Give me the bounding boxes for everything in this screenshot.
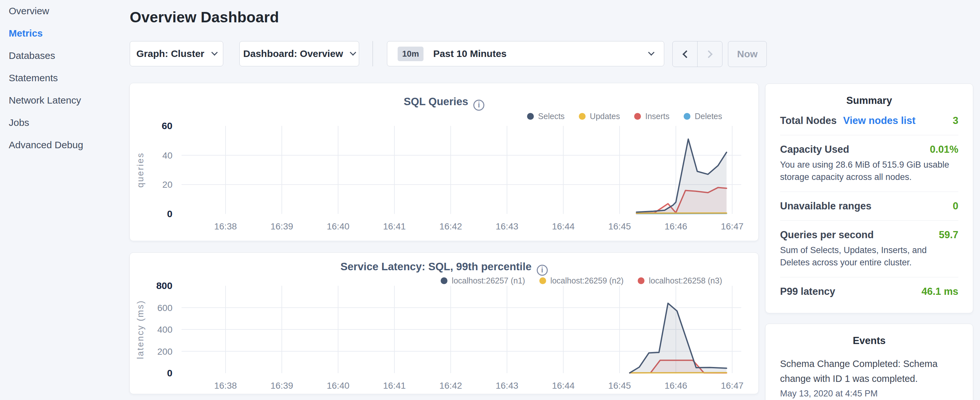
chart-legend: SelectsUpdatesInsertsDeletes [527, 112, 722, 121]
summary-row-description: You are using 28.6 MiB of 515.9 GiB usab… [780, 159, 958, 183]
toolbar-divider [372, 41, 373, 66]
svg-text:16:46: 16:46 [665, 381, 687, 390]
summary-panel: Summary Total Nodes View nodes list 3 Ca… [765, 83, 973, 313]
now-button-label: Now [737, 49, 757, 59]
summary-panel-title: Summary [765, 95, 973, 107]
summary-row-value: 3 [953, 115, 958, 126]
legend-label: Inserts [645, 112, 670, 121]
page-title: Overview Dashboard [130, 8, 279, 26]
dashboard-dropdown-label: Dashboard: Overview [243, 48, 343, 59]
svg-text:16:47: 16:47 [721, 381, 743, 390]
svg-text:16:41: 16:41 [383, 222, 406, 231]
sidebar-item-jobs[interactable]: Jobs [9, 117, 129, 129]
event-list-item: Schema Change Completed: Schema change w… [780, 356, 958, 399]
summary-row-p99-latency: P99 latency 46.1 ms [780, 277, 958, 306]
chevron-right-icon [705, 50, 713, 58]
legend-item: Inserts [634, 112, 670, 121]
summary-row-capacity-used: Capacity Used 0.01% You are using 28.6 M… [780, 135, 958, 192]
summary-row-total-nodes: Total Nodes View nodes list 3 [780, 107, 958, 135]
svg-text:0: 0 [167, 368, 172, 378]
svg-text:16:44: 16:44 [552, 381, 574, 390]
service-latency-chart-card: Service Latency: SQL, 99th percentilei l… [129, 252, 759, 394]
time-range-dropdown[interactable]: 10m Past 10 Minutes [387, 41, 664, 66]
summary-row-value: 0.01% [930, 144, 958, 155]
legend-dot-icon [684, 113, 690, 120]
info-icon[interactable]: i [537, 265, 548, 276]
summary-row-queries-per-second: Queries per second 59.7 Sum of Selects, … [780, 221, 958, 277]
sidebar-item-statements[interactable]: Statements [9, 72, 129, 84]
svg-text:16:47: 16:47 [721, 222, 743, 231]
info-icon[interactable]: i [473, 100, 484, 111]
legend-item: Selects [527, 112, 565, 121]
legend-label: Deletes [695, 112, 722, 121]
svg-text:600: 600 [157, 303, 172, 313]
sql-queries-chart-card: SQL Queriesi SelectsUpdatesInsertsDelete… [129, 83, 759, 241]
legend-item: localhost:26258 (n3) [638, 276, 722, 285]
svg-text:60: 60 [162, 120, 172, 131]
legend-dot-icon [579, 113, 585, 120]
summary-row-label: Unavailable ranges [780, 200, 872, 212]
svg-text:16:39: 16:39 [270, 222, 293, 231]
svg-text:400: 400 [157, 325, 172, 335]
now-button[interactable]: Now [728, 41, 767, 67]
chevron-down-icon [350, 49, 356, 56]
view-nodes-list-link[interactable]: View nodes list [843, 115, 915, 126]
legend-dot-icon [441, 277, 447, 284]
dashboard-dropdown[interactable]: Dashboard: Overview [239, 41, 359, 66]
events-panel-title: Events [765, 335, 973, 347]
svg-text:0: 0 [167, 209, 172, 219]
chart-title-text: Service Latency: SQL, 99th percentile [340, 261, 531, 273]
svg-text:16:45: 16:45 [608, 222, 631, 231]
summary-row-value: 0 [953, 200, 958, 212]
svg-text:16:46: 16:46 [665, 222, 687, 231]
sidebar-item-advanced-debug[interactable]: Advanced Debug [9, 139, 129, 151]
legend-dot-icon [527, 113, 534, 120]
legend-dot-icon [638, 277, 644, 284]
time-range-label: Past 10 Minutes [433, 48, 507, 59]
summary-row-value: 46.1 ms [921, 286, 958, 297]
svg-text:16:42: 16:42 [439, 222, 462, 231]
sidebar: Overview Metrics Databases Statements Ne… [0, 0, 129, 161]
sidebar-item-metrics[interactable]: Metrics [9, 27, 129, 39]
prev-time-button[interactable] [673, 41, 698, 67]
legend-label: Updates [590, 112, 620, 121]
sidebar-item-overview[interactable]: Overview [9, 5, 129, 17]
svg-text:16:40: 16:40 [327, 222, 349, 231]
sidebar-item-network-latency[interactable]: Network Latency [9, 94, 129, 106]
legend-item: Deletes [684, 112, 722, 121]
chart-title: Service Latency: SQL, 99th percentilei [130, 261, 758, 276]
legend-label: localhost:26257 (n1) [452, 276, 525, 285]
svg-text:16:45: 16:45 [608, 381, 631, 390]
legend-label: Selects [538, 112, 565, 121]
svg-text:16:39: 16:39 [270, 381, 293, 390]
summary-row-unavailable-ranges: Unavailable ranges 0 [780, 192, 958, 221]
legend-item: localhost:26259 (n2) [539, 276, 624, 285]
chart-legend: localhost:26257 (n1)localhost:26259 (n2)… [441, 276, 722, 285]
summary-row-description: Sum of Selects, Updates, Inserts, and De… [780, 244, 958, 269]
svg-text:16:43: 16:43 [496, 222, 518, 231]
svg-text:16:38: 16:38 [214, 222, 237, 231]
event-timestamp: May 13, 2020 at 4:45 PM [780, 389, 958, 399]
admin-ui-page: Overview Metrics Databases Statements Ne… [0, 0, 980, 400]
svg-text:40: 40 [162, 150, 172, 161]
legend-dot-icon [539, 277, 546, 284]
y-axis-label: latency (ms) [135, 300, 145, 359]
graph-dropdown[interactable]: Graph: Cluster [130, 41, 223, 66]
summary-row-label: Queries per second [780, 229, 873, 241]
summary-row-label: Total Nodes [780, 115, 837, 126]
legend-item: Updates [579, 112, 620, 121]
summary-row-label: Capacity Used [780, 144, 849, 155]
chevron-down-icon [211, 49, 218, 56]
events-panel: Events Schema Change Completed: Schema c… [765, 324, 973, 400]
legend-label: localhost:26258 (n3) [649, 276, 722, 285]
summary-row-label: P99 latency [780, 286, 835, 297]
svg-text:16:43: 16:43 [496, 381, 518, 390]
chart-title-text: SQL Queries [404, 96, 468, 107]
event-text: Schema Change Completed: Schema change w… [780, 356, 958, 386]
sidebar-item-databases[interactable]: Databases [9, 50, 129, 62]
next-time-button[interactable] [698, 41, 722, 67]
summary-row-value: 59.7 [939, 229, 958, 241]
svg-text:16:42: 16:42 [439, 381, 462, 390]
graph-dropdown-label: Graph: Cluster [136, 48, 204, 59]
svg-text:800: 800 [156, 280, 172, 291]
